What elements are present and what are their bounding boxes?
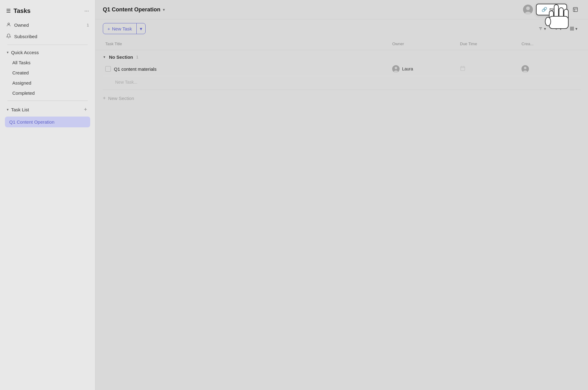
- col-due-time: Due Time: [457, 40, 519, 47]
- new-task-dropdown-button[interactable]: ▾: [137, 23, 145, 34]
- task-list-chevron: ▼: [6, 108, 9, 111]
- svg-point-2: [526, 6, 530, 10]
- main-content: Q1 Content Operation ▾ 🔗 Share: [95, 0, 588, 390]
- section-no-section: ▼ No Section 1 Q1 content materials: [95, 50, 588, 88]
- table-header: Task Title Owner Due Time Crea...: [95, 38, 588, 50]
- sidebar-title: ☰ Tasks: [6, 7, 30, 14]
- sidebar-app-title: Tasks: [14, 7, 30, 14]
- svg-rect-15: [570, 29, 572, 30]
- svg-rect-13: [570, 27, 572, 28]
- created-cell: [519, 65, 581, 73]
- quick-access-items: All Tasks Created Assigned Completed: [2, 58, 93, 98]
- sidebar-item-completed[interactable]: Completed: [9, 88, 93, 98]
- svg-rect-4: [573, 7, 578, 12]
- share-link-icon: 🔗: [542, 7, 547, 12]
- toolbar: + New Task ▾ ▾ ▾: [95, 19, 588, 38]
- svg-rect-20: [461, 66, 465, 71]
- new-section-button[interactable]: + New Section: [95, 91, 588, 105]
- page-title: Q1 Content Operation: [103, 6, 160, 13]
- group-label: ▾: [575, 26, 578, 31]
- sort-button[interactable]: ▾: [551, 25, 565, 33]
- layout-button[interactable]: [570, 4, 581, 15]
- task-list-add-button[interactable]: +: [82, 106, 89, 113]
- content-area: Task Title Owner Due Time Crea... ▼ No S…: [95, 38, 588, 390]
- task-list-toggle[interactable]: ▼ Task List: [6, 107, 29, 112]
- filter-button[interactable]: ▾: [535, 25, 549, 33]
- sidebar: ☰ Tasks ··· Owned 1: [0, 0, 95, 390]
- due-time-cell[interactable]: [457, 66, 519, 73]
- sidebar-item-created[interactable]: Created: [9, 68, 93, 78]
- filter-label: ▾: [544, 26, 546, 31]
- owned-count: 1: [87, 23, 89, 27]
- svg-point-18: [395, 67, 397, 69]
- quick-access-header[interactable]: ▼ Quick Access: [2, 47, 93, 58]
- new-task-label: New Task: [112, 26, 132, 31]
- table-row: Q1 content materials Laura: [103, 62, 581, 76]
- calendar-icon: [460, 66, 465, 73]
- created-avatar: [522, 65, 529, 73]
- dropdown-chevron-icon: ▾: [140, 26, 142, 32]
- quick-access-label: Quick Access: [11, 50, 39, 55]
- sidebar-item-owned[interactable]: Owned 1: [2, 19, 93, 31]
- topbar-right: 🔗 Share: [523, 4, 581, 15]
- quick-access-chevron: ▼: [6, 51, 9, 54]
- divider-1: [7, 45, 88, 45]
- sidebar-more-icon[interactable]: ···: [84, 8, 89, 14]
- q1-content-operation-label: Q1 Content Operation: [9, 119, 54, 125]
- task-checkbox[interactable]: [105, 66, 111, 72]
- new-task-main-button[interactable]: + New Task: [103, 24, 136, 34]
- new-section-label: New Section: [108, 96, 134, 101]
- section-divider: [103, 90, 581, 90]
- col-created: Crea...: [519, 40, 581, 47]
- owned-label: Owned: [14, 22, 29, 28]
- share-button[interactable]: 🔗 Share: [536, 4, 567, 15]
- owner-avatar: [392, 65, 400, 73]
- owner-name: Laura: [402, 66, 413, 71]
- sidebar-nav: Owned 1 Subscribed ▼ Quick Access All: [0, 19, 95, 128]
- sort-label: ▾: [560, 26, 562, 31]
- col-task-title: Task Title: [103, 40, 390, 47]
- sidebar-item-all-tasks[interactable]: All Tasks: [9, 58, 93, 68]
- task-list-header: ▼ Task List +: [2, 103, 93, 116]
- toolbar-right: ▾ ▾ ▾: [535, 25, 581, 33]
- user-avatar: [523, 5, 533, 14]
- subscribed-label: Subscribed: [14, 34, 37, 39]
- new-task-placeholder[interactable]: New Task...: [103, 76, 581, 88]
- sidebar-header: ☰ Tasks ···: [0, 5, 95, 19]
- section-collapse-icon[interactable]: ▼: [103, 55, 106, 59]
- section-name: No Section: [109, 54, 133, 60]
- share-label: Share: [549, 7, 562, 12]
- person-icon: [6, 22, 11, 28]
- page-title-chevron[interactable]: ▾: [163, 7, 165, 12]
- svg-point-25: [524, 67, 526, 69]
- new-task-button-group[interactable]: + New Task ▾: [103, 23, 146, 34]
- col-owner: Owner: [390, 40, 457, 47]
- svg-point-0: [8, 23, 9, 25]
- group-button[interactable]: ▾: [567, 25, 581, 33]
- task-title-cell: Q1 content materials: [103, 66, 390, 72]
- section-title-row: ▼ No Section 1: [103, 50, 581, 62]
- task-name[interactable]: Q1 content materials: [114, 66, 156, 72]
- task-list-item-q1[interactable]: Q1 Content Operation: [5, 117, 90, 127]
- bell-icon: [6, 34, 11, 39]
- tasks-title-icon: ☰: [6, 8, 10, 14]
- sidebar-item-subscribed[interactable]: Subscribed: [2, 31, 93, 42]
- new-task-plus-icon: +: [107, 26, 110, 31]
- topbar: Q1 Content Operation ▾ 🔗 Share: [95, 0, 588, 19]
- section-count: 1: [136, 55, 138, 59]
- topbar-left: Q1 Content Operation ▾: [103, 6, 165, 13]
- new-section-plus-icon: +: [103, 95, 106, 101]
- sidebar-item-assigned[interactable]: Assigned: [9, 78, 93, 88]
- task-list-label: Task List: [11, 107, 29, 112]
- owner-cell: Laura: [390, 65, 457, 73]
- svg-rect-16: [572, 29, 574, 30]
- divider-2: [7, 101, 88, 101]
- svg-rect-14: [572, 27, 574, 28]
